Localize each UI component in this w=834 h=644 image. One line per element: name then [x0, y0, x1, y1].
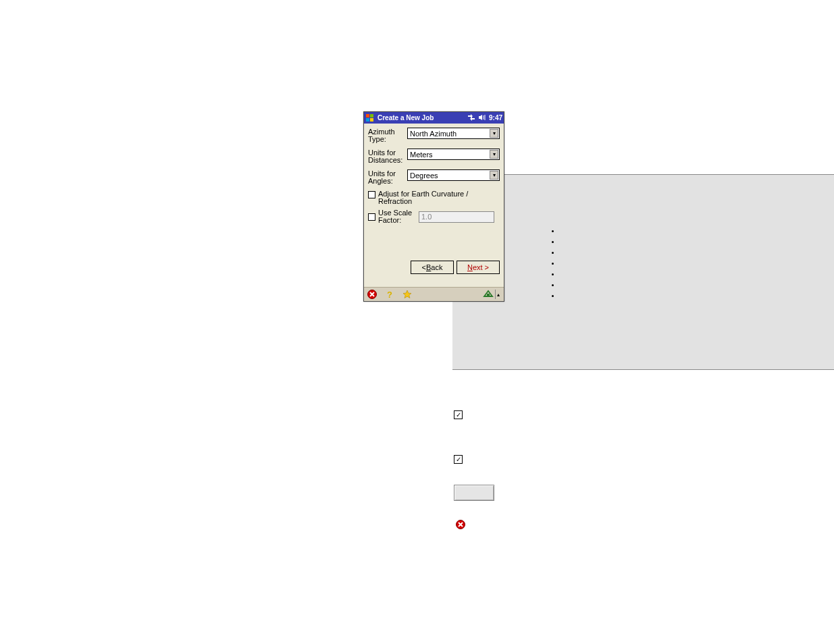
list-item [561, 226, 834, 236]
bottom-toolbar: ? ▴ [364, 287, 504, 301]
angle-units-value: Degrees [410, 171, 438, 180]
azimuth-type-value: North Azimuth [410, 130, 457, 138]
svg-text:?: ? [387, 290, 392, 299]
distance-units-value: Meters [410, 151, 433, 159]
distance-units-label: Units for Distances: [368, 149, 407, 164]
azimuth-type-label: Azimuth Type: [368, 128, 407, 143]
star-icon[interactable] [402, 289, 413, 300]
list-item [561, 280, 834, 290]
list-item [561, 269, 834, 279]
gray-side-panel [452, 174, 834, 370]
chevron-down-icon: ▾ [490, 129, 498, 138]
scale-factor-value: 1.0 [421, 213, 432, 221]
list-item [561, 259, 834, 268]
svg-rect-8 [487, 294, 490, 296]
chevron-up-icon: ▴ [495, 290, 501, 299]
keyboard-toggle[interactable]: ▴ [483, 290, 501, 299]
list-item [561, 237, 834, 246]
angle-units-select[interactable]: Degrees ▾ [407, 169, 500, 181]
client-area: Azimuth Type: North Azimuth ▾ Units for … [364, 124, 504, 231]
close-icon[interactable] [367, 289, 377, 300]
connectivity-icon[interactable] [467, 114, 475, 122]
standalone-checkbox-2[interactable]: ✓ [454, 455, 463, 464]
pda-window: Create a New Job 9:47 Azimuth Type: Nort… [363, 111, 504, 302]
svg-rect-2 [366, 118, 369, 122]
scale-factor-checkbox[interactable] [368, 213, 375, 221]
svg-rect-3 [370, 118, 373, 122]
list-item [561, 248, 834, 257]
next-button[interactable]: Next > [457, 261, 500, 274]
window-title: Create a New Job [377, 114, 466, 122]
scale-factor-input[interactable]: 1.0 [419, 211, 494, 223]
adjust-curvature-checkbox[interactable] [368, 191, 375, 198]
scale-factor-label: Use Scale Factor: [378, 209, 413, 224]
bullet-list [452, 226, 834, 300]
adjust-curvature-label: Adjust for Earth Curvature / Refraction [378, 190, 500, 205]
windows-logo-icon [365, 113, 375, 123]
standalone-button[interactable] [454, 485, 494, 501]
volume-icon[interactable] [478, 114, 486, 122]
chevron-down-icon: ▾ [490, 150, 498, 159]
clock[interactable]: 9:47 [489, 114, 502, 122]
back-button[interactable]: < Back [411, 261, 454, 274]
title-bar: Create a New Job 9:47 [364, 112, 504, 124]
svg-marker-6 [403, 290, 411, 298]
distance-units-select[interactable]: Meters ▾ [407, 149, 500, 160]
list-item [561, 291, 834, 300]
standalone-close-icon[interactable] [456, 520, 465, 529]
keyboard-icon [483, 290, 494, 299]
svg-rect-0 [366, 114, 369, 117]
checkmark-icon: ✓ [456, 412, 461, 419]
standalone-checkbox-1[interactable]: ✓ [454, 410, 463, 419]
svg-rect-1 [370, 114, 373, 117]
checkmark-icon: ✓ [456, 456, 461, 463]
wizard-button-bar: < Back Next > [364, 261, 504, 274]
angle-units-label: Units for Angles: [368, 169, 407, 185]
azimuth-type-select[interactable]: North Azimuth ▾ [407, 128, 500, 139]
chevron-down-icon: ▾ [490, 171, 498, 180]
adjust-curvature-row: Adjust for Earth Curvature / Refraction [368, 190, 500, 205]
scale-factor-row: Use Scale Factor: 1.0 [368, 209, 500, 224]
help-icon[interactable]: ? [384, 289, 395, 300]
